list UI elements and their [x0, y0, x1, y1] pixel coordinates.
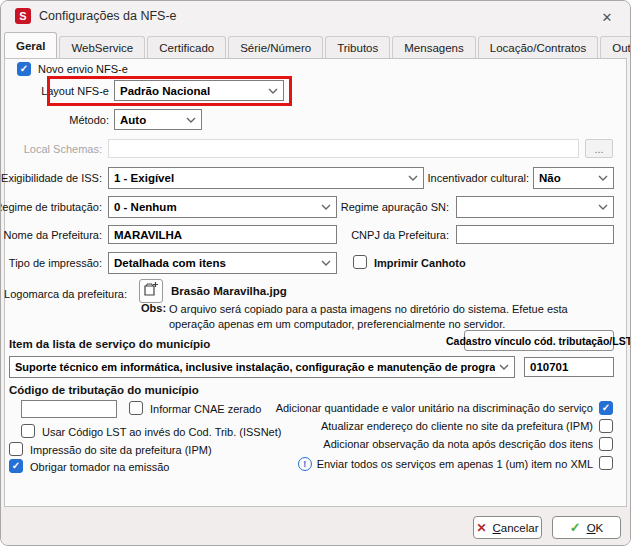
cadastro-vinculo-button[interactable]: Cadastro vínculo cód. tributação/LST: [464, 330, 614, 351]
metodo-label: Método:: [69, 114, 109, 126]
cnpj-prefeitura-input[interactable]: [456, 225, 614, 244]
item-lista-value: Suporte técnico em informática, inclusiv…: [15, 361, 495, 373]
incentivador-label: Incentivador cultural:: [428, 172, 530, 184]
atualizar-endereco-label: Atualizar endereço do cliente no site da…: [321, 420, 593, 432]
chevron-down-icon: [408, 175, 418, 181]
codigo-tributacao-input[interactable]: [21, 400, 117, 418]
codigo-tributacao-label: Código de tributação do município: [9, 384, 199, 396]
chevron-down-icon: [598, 204, 608, 210]
nome-prefeitura-label: Nome da Prefeitura:: [4, 229, 102, 241]
enviar-servicos-label: Enviar todos os serviços em apenas 1 (um…: [317, 458, 593, 470]
impressao-site-checkbox[interactable]: [9, 442, 23, 456]
atualizar-endereco-row: Atualizar endereço do cliente no site da…: [321, 420, 593, 432]
adicionar-quantidade-label: Adicionar quantidade e valor unitário na…: [276, 402, 593, 414]
obrigar-tomador-label: Obrigar tomador na emissão: [30, 461, 169, 473]
tab-outros[interactable]: Outros: [600, 36, 631, 58]
regime-tributacao-label: Regime de tributação:: [0, 201, 102, 213]
regime-tributacao-select[interactable]: 0 - Nenhum: [108, 196, 337, 218]
item-lista-select[interactable]: Suporte técnico em informática, inclusiv…: [9, 356, 515, 378]
adicionar-observacao-label: Adicionar observação da nota após descri…: [323, 438, 593, 450]
dialog-configuracoes-nfse: S Configurações da NFS-e ✕ Geral WebServ…: [0, 0, 631, 546]
local-schemas-input[interactable]: [108, 139, 579, 158]
impressao-site-label: Impressão do site da prefeitura (IPM): [30, 444, 212, 456]
adicionar-quantidade-checkbox[interactable]: [599, 401, 613, 415]
incentivador-select[interactable]: Não: [533, 167, 614, 189]
add-image-icon: [143, 281, 159, 301]
tab-bar: Geral WebService Certificado Série/Númer…: [4, 32, 627, 58]
ok-check-icon: ✓: [570, 520, 581, 535]
exigibilidade-label: Exigibilidade de ISS:: [1, 172, 102, 184]
regime-tributacao-value: 0 - Nenhum: [114, 201, 177, 213]
chevron-down-icon: [186, 117, 196, 123]
item-lista-code-input[interactable]: 010701: [524, 357, 614, 377]
imprimir-canhoto-checkbox[interactable]: [353, 255, 367, 269]
adicionar-observacao-row: Adicionar observação da nota após descri…: [323, 438, 593, 450]
local-schemas-label: Local Schemas:: [24, 143, 102, 155]
imprimir-canhoto-label: Imprimir Canhoto: [374, 257, 466, 269]
adicionar-observacao-checkbox[interactable]: [599, 437, 613, 451]
tab-mensagens[interactable]: Mensagens: [392, 36, 475, 58]
novo-envio-label: Novo envio NFS-e: [38, 63, 128, 75]
tab-geral[interactable]: Geral: [4, 32, 57, 58]
adicionar-quantidade-row: Adicionar quantidade e valor unitário na…: [276, 402, 593, 414]
cnpj-prefeitura-label: CNPJ da Prefeitura:: [351, 229, 449, 241]
novo-envio-checkbox[interactable]: [17, 62, 31, 76]
tipo-impressao-value: Detalhada com itens: [114, 257, 226, 269]
tab-certificado[interactable]: Certificado: [147, 36, 226, 58]
chevron-down-icon: [321, 260, 331, 266]
layout-nfse-value: Padrão Nacional: [120, 85, 210, 97]
metodo-select[interactable]: Auto: [114, 109, 202, 130]
title-bar: S Configurações da NFS-e ✕: [1, 1, 630, 32]
tipo-impressao-select[interactable]: Detalhada com itens: [108, 252, 337, 274]
obs-text: O arquivo será copiado para a pasta imag…: [169, 302, 593, 332]
chevron-down-icon: [499, 364, 509, 370]
usar-codigo-lst-checkbox[interactable]: [21, 424, 35, 438]
item-lista-label: Item da lista de serviço do município: [9, 338, 210, 350]
tab-tributos[interactable]: Tributos: [325, 36, 390, 58]
close-icon[interactable]: ✕: [598, 8, 616, 26]
app-icon: S: [15, 8, 31, 24]
exigibilidade-select[interactable]: 1 - Exigível: [108, 167, 424, 189]
cancel-button[interactable]: ✕ Cancelar: [473, 516, 542, 539]
chevron-down-icon: [598, 175, 608, 181]
layout-nfse-label: Layout NFS-e: [41, 85, 109, 97]
tipo-impressao-label: Tipo de impressão:: [9, 257, 102, 269]
browse-schemas-button[interactable]: ...: [585, 139, 613, 158]
obs-label: Obs:: [141, 302, 166, 314]
cancel-label: Cancelar: [493, 522, 539, 534]
layout-nfse-select[interactable]: Padrão Nacional: [114, 80, 284, 101]
ok-button[interactable]: ✓ OK: [552, 516, 621, 539]
obrigar-tomador-checkbox[interactable]: [9, 459, 23, 473]
exigibilidade-value: 1 - Exigível: [114, 172, 174, 184]
open-image-button[interactable]: [139, 279, 163, 303]
nome-prefeitura-input[interactable]: MARAVILHA: [108, 225, 337, 244]
window-title: Configurações da NFS-e: [39, 9, 177, 23]
ok-label: OK: [587, 522, 604, 534]
chevron-down-icon: [321, 204, 331, 210]
tab-serie-numero[interactable]: Série/Número: [228, 36, 323, 58]
logomarca-file-name: Brasão Maravilha.jpg: [171, 285, 287, 297]
tab-webservice[interactable]: WebService: [59, 36, 145, 58]
atualizar-endereco-checkbox[interactable]: [599, 419, 613, 433]
logomarca-label: Logomarca da prefeitura:: [4, 288, 127, 300]
informar-cnae-label: Informar CNAE zerado: [150, 403, 261, 415]
regime-apuracao-sn-select[interactable]: [456, 196, 614, 218]
incentivador-value: Não: [539, 172, 561, 184]
tab-locacao-contratos[interactable]: Locação/Contratos: [478, 36, 599, 58]
enviar-servicos-row: ! Enviar todos os serviços em apenas 1 (…: [298, 457, 593, 471]
chevron-down-icon: [268, 88, 278, 94]
cancel-x-icon: ✕: [476, 521, 486, 535]
enviar-servicos-checkbox[interactable]: [599, 456, 613, 470]
informar-cnae-checkbox[interactable]: [129, 401, 143, 415]
regime-apuracao-sn-label: Regime apuração SN:: [341, 201, 449, 213]
metodo-value: Auto: [120, 114, 146, 126]
usar-codigo-lst-label: Usar Código LST ao invés do Cod. Trib. (…: [42, 426, 281, 438]
info-icon: !: [298, 457, 312, 471]
